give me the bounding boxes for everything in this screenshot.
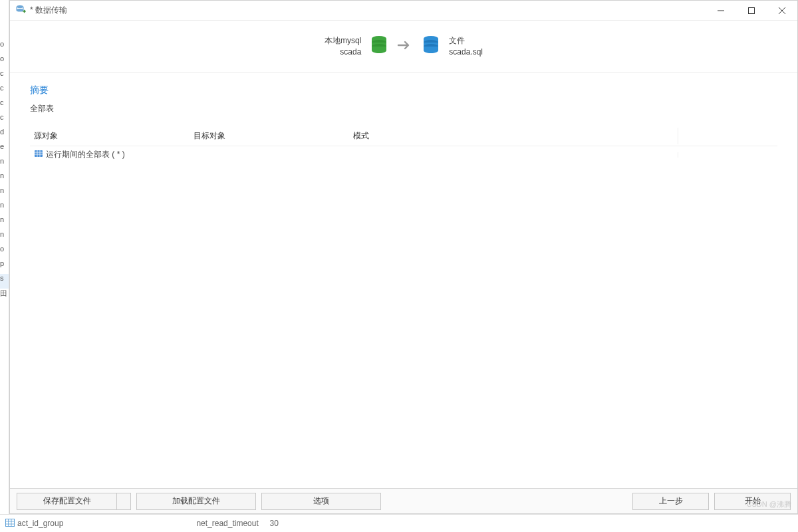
save-config-button[interactable]: 保存配置文件: [17, 493, 116, 510]
svg-point-1: [17, 9, 23, 11]
database-source-icon: [370, 35, 388, 57]
source-db: scada: [340, 47, 361, 58]
col-target[interactable]: 目标对象: [190, 128, 349, 144]
window-controls: [706, 1, 797, 20]
svg-rect-9: [35, 150, 43, 157]
col-source[interactable]: 源对象: [30, 128, 190, 144]
col-spacer: [678, 128, 777, 144]
previous-button[interactable]: 上一步: [632, 493, 709, 510]
target-type: 文件: [449, 35, 465, 47]
arrow-right-icon: [397, 40, 413, 53]
database-target-icon: [422, 35, 440, 57]
row-mode-text: [349, 152, 678, 158]
minimize-button[interactable]: [706, 1, 736, 20]
window-titlebar: * 数据传输: [10, 1, 797, 21]
svg-point-0: [17, 5, 23, 8]
summary-section: 摘要 全部表: [10, 72, 797, 117]
source-name: 本地mysql: [325, 35, 361, 47]
target-label: 文件 scada.sql: [449, 35, 483, 58]
background-footer: act_id_group net_read_timeout 30: [0, 514, 798, 532]
maximize-button[interactable]: [736, 1, 767, 20]
data-transfer-window: * 数据传输 本地mysql scada: [9, 0, 798, 514]
save-config-dropdown[interactable]: [116, 493, 131, 510]
table-icon: [5, 519, 15, 529]
table-header: 源对象 目标对象 模式: [30, 128, 777, 146]
target-file: scada.sql: [449, 47, 483, 58]
watermark: CSDN @沸腾: [747, 499, 791, 509]
objects-table: 源对象 目标对象 模式 运行期间的全部表 ( * ): [10, 117, 797, 488]
footer-key: net_read_timeout: [196, 519, 258, 528]
footer-val: 30: [269, 519, 278, 528]
app-icon: [15, 4, 26, 17]
window-title: * 数据传输: [30, 5, 67, 16]
row-source-text: 运行期间的全部表 ( * ): [46, 149, 125, 160]
transfer-header: 本地mysql scada: [10, 21, 797, 72]
svg-rect-2: [749, 7, 755, 13]
bottom-button-bar: 保存配置文件 加载配置文件 选项 上一步 开始: [10, 488, 797, 513]
load-config-button[interactable]: 加载配置文件: [136, 493, 256, 510]
svg-rect-10: [6, 519, 15, 526]
col-mode[interactable]: 模式: [349, 128, 678, 144]
summary-subtitle: 全部表: [30, 103, 777, 114]
footer-left-text: act_id_group: [17, 519, 63, 528]
source-label: 本地mysql scada: [325, 35, 361, 58]
table-icon: [34, 149, 43, 160]
options-button[interactable]: 选项: [261, 493, 381, 510]
row-target-text: [190, 152, 349, 158]
table-row[interactable]: 运行期间的全部表 ( * ): [30, 146, 777, 163]
summary-title: 摘要: [30, 84, 777, 96]
close-button[interactable]: [767, 1, 797, 20]
save-config-split-button[interactable]: 保存配置文件: [17, 493, 131, 510]
background-sidebar: ooccc cdenn nnnno ps田: [0, 0, 9, 532]
